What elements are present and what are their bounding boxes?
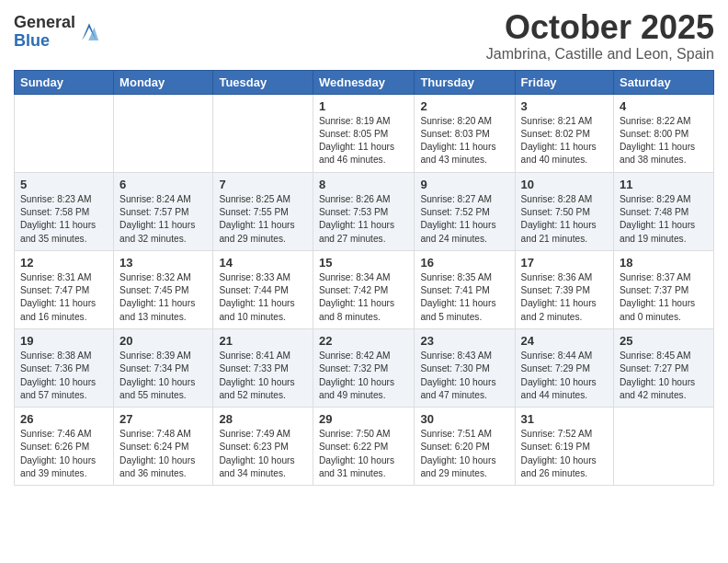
day-number: 11 (620, 178, 708, 191)
day-number: 10 (521, 178, 608, 191)
day-number: 12 (20, 256, 108, 270)
table-row: 28Sunrise: 7:49 AMSunset: 6:23 PMDayligh… (213, 408, 313, 486)
calendar-week-4: 19Sunrise: 8:38 AMSunset: 7:36 PMDayligh… (15, 328, 714, 407)
day-number: 3 (521, 99, 608, 113)
table-row: 19Sunrise: 8:38 AMSunset: 7:36 PMDayligh… (15, 328, 114, 407)
table-row (213, 94, 313, 172)
day-number: 24 (521, 334, 608, 348)
day-info: Sunrise: 7:50 AMSunset: 6:22 PMDaylight:… (319, 428, 408, 480)
day-info: Sunrise: 8:27 AMSunset: 7:52 PMDaylight:… (420, 193, 508, 246)
day-number: 23 (420, 334, 508, 348)
table-row: 4Sunrise: 8:22 AMSunset: 8:00 PMDaylight… (614, 94, 714, 172)
day-info: Sunrise: 8:29 AMSunset: 7:48 PMDaylight:… (620, 193, 708, 246)
logo-text: General Blue (14, 14, 75, 51)
day-number: 18 (620, 256, 708, 270)
table-row: 7Sunrise: 8:25 AMSunset: 7:55 PMDaylight… (213, 172, 313, 250)
table-row: 1Sunrise: 8:19 AMSunset: 8:05 PMDaylight… (313, 94, 414, 172)
day-number: 26 (20, 412, 108, 426)
table-row: 9Sunrise: 8:27 AMSunset: 7:52 PMDaylight… (415, 172, 515, 250)
logo-general: General (14, 14, 75, 32)
day-number: 17 (521, 256, 608, 270)
day-info: Sunrise: 8:24 AMSunset: 7:57 PMDaylight:… (119, 193, 207, 246)
table-row: 26Sunrise: 7:46 AMSunset: 6:26 PMDayligh… (15, 408, 114, 486)
day-info: Sunrise: 8:35 AMSunset: 7:41 PMDaylight:… (420, 271, 508, 324)
day-number: 22 (319, 334, 408, 348)
day-number: 29 (319, 412, 408, 426)
day-info: Sunrise: 8:42 AMSunset: 7:32 PMDaylight:… (319, 350, 408, 402)
day-number: 16 (420, 256, 508, 270)
day-number: 7 (219, 178, 307, 191)
table-row: 2Sunrise: 8:20 AMSunset: 8:03 PMDaylight… (415, 94, 515, 172)
day-number: 15 (319, 256, 408, 270)
day-info: Sunrise: 7:48 AMSunset: 6:24 PMDaylight:… (119, 428, 207, 480)
day-number: 5 (20, 178, 108, 191)
day-info: Sunrise: 8:21 AMSunset: 8:02 PMDaylight:… (521, 115, 608, 167)
day-info: Sunrise: 7:46 AMSunset: 6:26 PMDaylight:… (20, 428, 108, 480)
day-number: 25 (620, 334, 708, 348)
month-title: October 2025 (486, 9, 714, 46)
table-row: 17Sunrise: 8:36 AMSunset: 7:39 PMDayligh… (515, 250, 613, 328)
day-info: Sunrise: 8:32 AMSunset: 7:45 PMDaylight:… (119, 271, 207, 324)
day-info: Sunrise: 7:51 AMSunset: 6:20 PMDaylight:… (420, 428, 508, 480)
day-info: Sunrise: 8:26 AMSunset: 7:53 PMDaylight:… (319, 193, 408, 246)
table-row: 3Sunrise: 8:21 AMSunset: 8:02 PMDaylight… (515, 94, 613, 172)
header-friday: Friday (515, 70, 613, 94)
table-row: 5Sunrise: 8:23 AMSunset: 7:58 PMDaylight… (15, 172, 114, 250)
table-row: 24Sunrise: 8:44 AMSunset: 7:29 PMDayligh… (515, 328, 613, 407)
day-info: Sunrise: 8:28 AMSunset: 7:50 PMDaylight:… (521, 193, 608, 246)
page: General Blue October 2025 Jambrina, Cast… (0, 0, 728, 563)
logo-icon (78, 20, 100, 40)
header: General Blue October 2025 Jambrina, Cast… (14, 9, 714, 63)
day-number: 31 (521, 412, 608, 426)
day-number: 1 (319, 99, 408, 113)
day-info: Sunrise: 8:36 AMSunset: 7:39 PMDaylight:… (521, 271, 608, 324)
header-wednesday: Wednesday (313, 70, 414, 94)
table-row (114, 94, 213, 172)
day-info: Sunrise: 8:45 AMSunset: 7:27 PMDaylight:… (620, 350, 708, 402)
logo: General Blue (14, 9, 100, 51)
calendar-week-2: 5Sunrise: 8:23 AMSunset: 7:58 PMDaylight… (15, 172, 714, 250)
header-sunday: Sunday (15, 70, 114, 94)
table-row (614, 408, 714, 486)
calendar-week-3: 12Sunrise: 8:31 AMSunset: 7:47 PMDayligh… (15, 250, 714, 328)
table-row: 23Sunrise: 8:43 AMSunset: 7:30 PMDayligh… (415, 328, 515, 407)
day-number: 13 (119, 256, 207, 270)
day-number: 28 (219, 412, 307, 426)
logo-blue: Blue (14, 32, 75, 51)
table-row: 16Sunrise: 8:35 AMSunset: 7:41 PMDayligh… (415, 250, 515, 328)
table-row: 10Sunrise: 8:28 AMSunset: 7:50 PMDayligh… (515, 172, 613, 250)
day-info: Sunrise: 8:44 AMSunset: 7:29 PMDaylight:… (521, 350, 608, 402)
day-number: 19 (20, 334, 108, 348)
day-number: 9 (420, 178, 508, 191)
day-info: Sunrise: 8:19 AMSunset: 8:05 PMDaylight:… (319, 115, 408, 167)
header-tuesday: Tuesday (213, 70, 313, 94)
day-number: 20 (119, 334, 207, 348)
day-number: 27 (119, 412, 207, 426)
day-info: Sunrise: 7:52 AMSunset: 6:19 PMDaylight:… (521, 428, 608, 480)
calendar-header-row: Sunday Monday Tuesday Wednesday Thursday… (15, 70, 714, 94)
table-row: 27Sunrise: 7:48 AMSunset: 6:24 PMDayligh… (114, 408, 213, 486)
table-row: 14Sunrise: 8:33 AMSunset: 7:44 PMDayligh… (213, 250, 313, 328)
day-number: 4 (620, 99, 708, 113)
day-info: Sunrise: 8:25 AMSunset: 7:55 PMDaylight:… (219, 193, 307, 246)
table-row: 8Sunrise: 8:26 AMSunset: 7:53 PMDaylight… (313, 172, 414, 250)
table-row: 15Sunrise: 8:34 AMSunset: 7:42 PMDayligh… (313, 250, 414, 328)
day-info: Sunrise: 8:22 AMSunset: 8:00 PMDaylight:… (620, 115, 708, 167)
header-thursday: Thursday (415, 70, 515, 94)
table-row: 13Sunrise: 8:32 AMSunset: 7:45 PMDayligh… (114, 250, 213, 328)
table-row: 30Sunrise: 7:51 AMSunset: 6:20 PMDayligh… (415, 408, 515, 486)
day-info: Sunrise: 8:39 AMSunset: 7:34 PMDaylight:… (119, 350, 207, 402)
day-number: 30 (420, 412, 508, 426)
table-row: 12Sunrise: 8:31 AMSunset: 7:47 PMDayligh… (15, 250, 114, 328)
table-row: 6Sunrise: 8:24 AMSunset: 7:57 PMDaylight… (114, 172, 213, 250)
table-row: 20Sunrise: 8:39 AMSunset: 7:34 PMDayligh… (114, 328, 213, 407)
header-monday: Monday (114, 70, 213, 94)
table-row: 18Sunrise: 8:37 AMSunset: 7:37 PMDayligh… (614, 250, 714, 328)
day-number: 14 (219, 256, 307, 270)
table-row: 11Sunrise: 8:29 AMSunset: 7:48 PMDayligh… (614, 172, 714, 250)
day-info: Sunrise: 8:37 AMSunset: 7:37 PMDaylight:… (620, 271, 708, 324)
day-info: Sunrise: 8:43 AMSunset: 7:30 PMDaylight:… (420, 350, 508, 402)
table-row: 31Sunrise: 7:52 AMSunset: 6:19 PMDayligh… (515, 408, 613, 486)
day-number: 6 (119, 178, 207, 191)
location-title: Jambrina, Castille and Leon, Spain (486, 46, 714, 63)
